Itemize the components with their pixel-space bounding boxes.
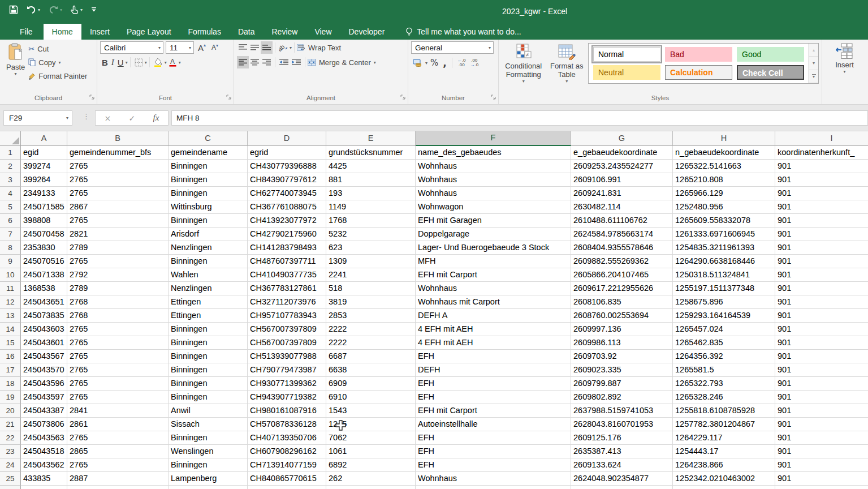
row-header-12[interactable]: 12 [0, 295, 21, 309]
grid-cell-A4[interactable]: 2349133 [21, 187, 67, 200]
grid-cell-A25[interactable]: 433835 [21, 472, 67, 486]
grid-cell-I16[interactable]: 901 [775, 350, 868, 363]
insert-cells-button[interactable]: Insert ▾ [832, 41, 857, 93]
grid-cell-F4[interactable]: Wohnhaus [416, 187, 571, 200]
grid-cell-I3[interactable]: 901 [775, 173, 868, 187]
grid-cell-E17[interactable]: 6638 [326, 363, 416, 377]
styles-scroll-up-icon[interactable]: ▴ [809, 44, 818, 57]
fill-color-button[interactable] [152, 56, 165, 68]
row-header-26[interactable] [0, 486, 21, 489]
decrease-decimal-button[interactable]: .00→.0 [468, 57, 480, 69]
grid-cell-C15[interactable]: Binningen [169, 336, 248, 350]
tab-formulas[interactable]: Formulas [180, 24, 230, 40]
grid-cell-E19[interactable]: 6910 [326, 391, 416, 404]
grid-cell-G4[interactable]: 2609241.831 [571, 187, 673, 200]
grid-cell-I21[interactable]: 901 [775, 418, 868, 431]
grid-cell-A17[interactable]: 245043570 [21, 363, 67, 377]
increase-font-size-button[interactable]: A▴ [196, 41, 208, 54]
grid-cell-D25[interactable]: CH840865770615 [248, 472, 326, 486]
grid-cell-F12[interactable]: Wohnhaus mit Carport [416, 295, 571, 309]
grid-cell-D8[interactable]: CH141283798493 [248, 241, 326, 255]
grid-cell-E1[interactable]: grundstücksnummer [326, 146, 416, 160]
grid-cell-H23[interactable]: 1254443.17 [673, 445, 775, 458]
grid-cell-B26[interactable] [67, 486, 169, 489]
grid-cell-H6[interactable]: 1265609.558332078 [673, 214, 775, 228]
grid-cell-F24[interactable]: EFH [416, 458, 571, 472]
grid-cell-F21[interactable]: Autoeinstellhalle [416, 418, 571, 431]
font-name-combo[interactable]: Calibri▾ [100, 41, 163, 54]
grid-cell-E10[interactable]: 2241 [326, 268, 416, 282]
grid-cell-A3[interactable]: 399264 [21, 173, 67, 187]
cell-style-neutral[interactable]: Neutral [593, 65, 660, 80]
grid-cell-D13[interactable]: CH957107783943 [248, 309, 326, 323]
grid-cell-G17[interactable]: 2609023.335 [571, 363, 673, 377]
grid-cell-H2[interactable]: 1265322.5141663 [673, 160, 775, 173]
grid-cell-I7[interactable]: 901 [775, 228, 868, 241]
grid-cell-C21[interactable]: Sissach [169, 418, 248, 431]
grid-cell-G12[interactable]: 2608106.835 [571, 295, 673, 309]
grid-cell-H22[interactable]: 1264229.117 [673, 431, 775, 445]
grid-cell-I1[interactable]: koordinatenherkunft_ [775, 146, 868, 160]
grid-cell-F13[interactable]: DEFH A [416, 309, 571, 323]
grid-cell-D2[interactable]: CH430779396888 [248, 160, 326, 173]
grid-cell-F7[interactable]: Doppelgarage [416, 228, 571, 241]
italic-button[interactable]: I [110, 56, 116, 68]
grid-cell-G16[interactable]: 2609703.92 [571, 350, 673, 363]
enter-entry-icon[interactable]: ✓ [129, 114, 136, 123]
grid-cell-F9[interactable]: MFH [416, 255, 571, 268]
grid-cell-B6[interactable]: 2765 [67, 214, 169, 228]
grid-cell-D22[interactable]: CH407139350706 [248, 431, 326, 445]
grid-cell-I10[interactable]: 901 [775, 268, 868, 282]
row-header-25[interactable]: 25 [0, 472, 21, 486]
grid-cell-C23[interactable]: Wenslingen [169, 445, 248, 458]
grid-cell-F18[interactable]: EFH [416, 377, 571, 391]
grid-cell-H17[interactable]: 1265581.5 [673, 363, 775, 377]
row-header-14[interactable]: 14 [0, 323, 21, 336]
cut-button[interactable]: ✂ Cut [28, 42, 87, 55]
row-header-13[interactable]: 13 [0, 309, 21, 323]
col-header-A[interactable]: A [21, 131, 67, 146]
decrease-indent-button[interactable] [278, 56, 290, 68]
grid-cell-H8[interactable]: 1254835.3211961393 [673, 241, 775, 255]
grid-cell-B13[interactable]: 2768 [67, 309, 169, 323]
grid-cell-F22[interactable]: EFH [416, 431, 571, 445]
grid-cell-G8[interactable]: 2608404.9355578646 [571, 241, 673, 255]
grid-cell-G1[interactable]: e_gebaeudekoordinate [571, 146, 673, 160]
grid-cell-C10[interactable]: Wahlen [169, 268, 248, 282]
grid-cell-G23[interactable]: 2635387.413 [571, 445, 673, 458]
grid-cell-H20[interactable]: 1255818.6108785928 [673, 404, 775, 418]
increase-indent-button[interactable] [290, 56, 303, 68]
grid-cell-H13[interactable]: 1259293.164164539 [673, 309, 775, 323]
grid-cell-B24[interactable]: 2765 [67, 458, 169, 472]
grid-cell-H1[interactable]: n_gebaeudekoordinate [673, 146, 775, 160]
grid-cell-I14[interactable]: 901 [775, 323, 868, 336]
grid-cell-D24[interactable]: CH713914077159 [248, 458, 326, 472]
decrease-font-size-button[interactable]: A▾ [210, 41, 220, 54]
grid-cell-H3[interactable]: 1265210.808 [673, 173, 775, 187]
row-header-15[interactable]: 15 [0, 336, 21, 350]
grid-cell-H4[interactable]: 1265966.129 [673, 187, 775, 200]
insert-function-icon[interactable]: fx [153, 113, 159, 123]
grid-cell-D3[interactable]: CH843907797612 [248, 173, 326, 187]
grid-cell-H16[interactable]: 1264356.392 [673, 350, 775, 363]
tab-developer[interactable]: Developer [340, 24, 394, 40]
grid-cell-A15[interactable]: 245043601 [21, 336, 67, 350]
grid-cell-A2[interactable]: 399274 [21, 160, 67, 173]
grid-cell-F11[interactable]: Wohnhaus [416, 282, 571, 295]
grid-cell-I8[interactable]: 901 [775, 241, 868, 255]
grid-cell-H24[interactable]: 1264238.866 [673, 458, 775, 472]
row-header-19[interactable]: 19 [0, 391, 21, 404]
grid-cell-E15[interactable]: 2222 [326, 336, 416, 350]
grid-cell-D23[interactable]: CH607908296162 [248, 445, 326, 458]
tab-home[interactable]: Home [44, 24, 81, 40]
grid-cell-A22[interactable]: 245043563 [21, 431, 67, 445]
bold-button[interactable]: B [100, 56, 110, 68]
grid-cell-C7[interactable]: Arisdorf [169, 228, 248, 241]
grid-cell-A20[interactable]: 245043387 [21, 404, 67, 418]
grid-cell-A9[interactable]: 245070516 [21, 255, 67, 268]
col-header-C[interactable]: C [169, 131, 248, 146]
grid-cell-H15[interactable]: 1265462.835 [673, 336, 775, 350]
col-header-G[interactable]: G [571, 131, 673, 146]
grid-cell-D5[interactable]: CH367761088075 [248, 200, 326, 214]
cell-style-check-cell[interactable]: Check Cell [737, 65, 804, 80]
